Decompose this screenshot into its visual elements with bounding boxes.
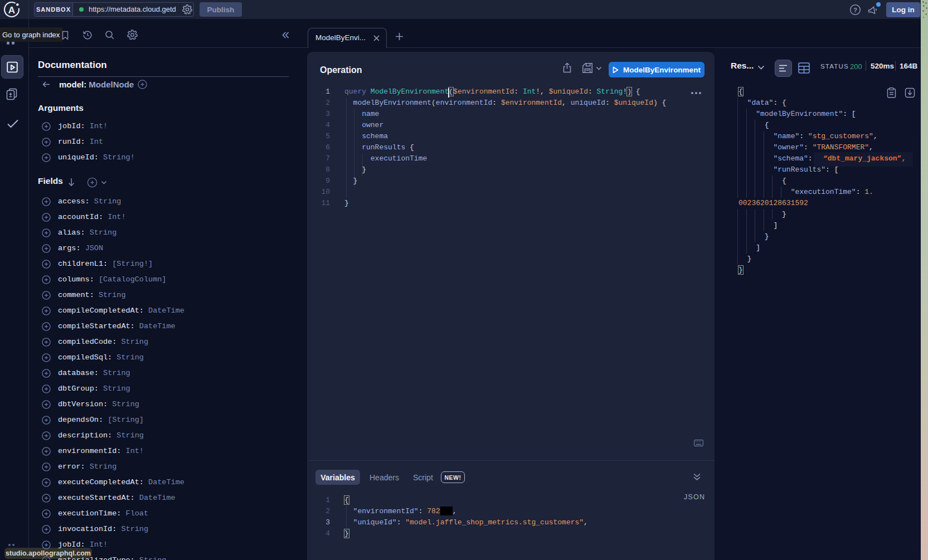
svg-text:?: ?: [853, 7, 857, 13]
svg-text:A: A: [8, 5, 15, 16]
